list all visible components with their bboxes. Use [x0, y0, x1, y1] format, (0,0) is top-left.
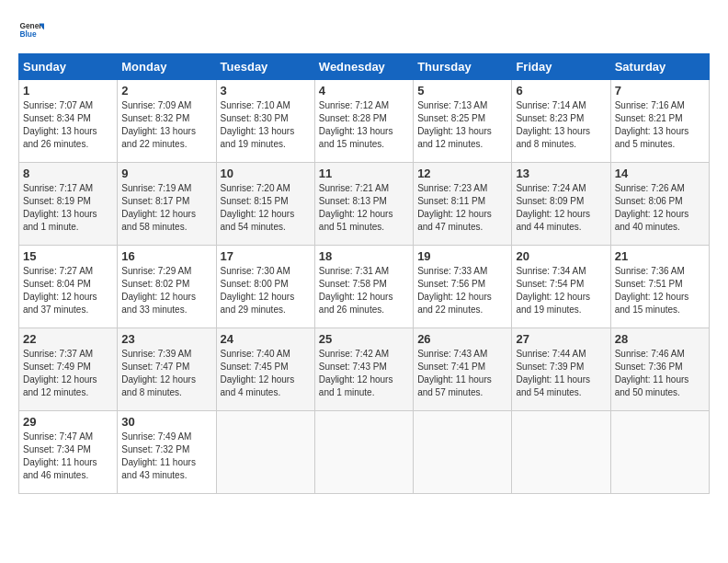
day-cell	[512, 411, 610, 494]
day-cell: 14Sunrise: 7:26 AMSunset: 8:06 PMDayligh…	[610, 163, 709, 246]
day-cell: 6Sunrise: 7:14 AMSunset: 8:23 PMDaylight…	[512, 80, 610, 163]
day-info: Sunrise: 7:31 AMSunset: 7:58 PMDaylight:…	[319, 265, 409, 316]
day-cell: 5Sunrise: 7:13 AMSunset: 8:25 PMDaylight…	[414, 80, 512, 163]
day-cell: 16Sunrise: 7:29 AMSunset: 8:02 PMDayligh…	[118, 246, 216, 328]
day-cell: 12Sunrise: 7:23 AMSunset: 8:11 PMDayligh…	[414, 163, 512, 246]
day-cell	[216, 411, 314, 494]
col-header-thursday: Thursday	[414, 54, 512, 80]
day-number: 18	[319, 249, 409, 263]
day-cell: 25Sunrise: 7:42 AMSunset: 7:43 PMDayligh…	[314, 328, 413, 411]
day-number: 14	[615, 167, 705, 180]
day-cell: 23Sunrise: 7:39 AMSunset: 7:47 PMDayligh…	[118, 328, 216, 411]
day-number: 9	[121, 167, 211, 180]
day-cell: 29Sunrise: 7:47 AMSunset: 7:34 PMDayligh…	[19, 411, 118, 494]
day-number: 6	[516, 84, 606, 98]
page-header: General Blue	[18, 18, 710, 44]
day-cell: 27Sunrise: 7:44 AMSunset: 7:39 PMDayligh…	[512, 328, 610, 411]
day-cell: 11Sunrise: 7:21 AMSunset: 8:13 PMDayligh…	[314, 163, 413, 246]
day-info: Sunrise: 7:16 AMSunset: 8:21 PMDaylight:…	[615, 99, 705, 151]
day-number: 2	[121, 84, 211, 98]
day-cell: 10Sunrise: 7:20 AMSunset: 8:15 PMDayligh…	[216, 163, 314, 246]
day-number: 12	[417, 167, 507, 180]
day-cell: 26Sunrise: 7:43 AMSunset: 7:41 PMDayligh…	[414, 328, 512, 411]
day-number: 7	[615, 84, 705, 98]
day-cell: 17Sunrise: 7:30 AMSunset: 8:00 PMDayligh…	[216, 246, 314, 328]
day-cell: 20Sunrise: 7:34 AMSunset: 7:54 PMDayligh…	[512, 246, 610, 328]
day-info: Sunrise: 7:44 AMSunset: 7:39 PMDaylight:…	[516, 348, 606, 399]
calendar-table: SundayMondayTuesdayWednesdayThursdayFrid…	[18, 53, 710, 494]
day-number: 27	[516, 332, 606, 346]
day-info: Sunrise: 7:39 AMSunset: 7:47 PMDaylight:…	[121, 348, 211, 399]
col-header-monday: Monday	[118, 54, 216, 80]
day-cell: 21Sunrise: 7:36 AMSunset: 7:51 PMDayligh…	[610, 246, 709, 328]
day-number: 22	[23, 332, 113, 346]
logo-icon: General Blue	[18, 18, 44, 44]
day-number: 15	[23, 249, 113, 263]
day-cell: 24Sunrise: 7:40 AMSunset: 7:45 PMDayligh…	[216, 328, 314, 411]
day-cell: 28Sunrise: 7:46 AMSunset: 7:36 PMDayligh…	[610, 328, 709, 411]
day-cell: 19Sunrise: 7:33 AMSunset: 7:56 PMDayligh…	[414, 246, 512, 328]
day-cell: 30Sunrise: 7:49 AMSunset: 7:32 PMDayligh…	[118, 411, 216, 494]
day-info: Sunrise: 7:14 AMSunset: 8:23 PMDaylight:…	[516, 99, 606, 151]
day-info: Sunrise: 7:10 AMSunset: 8:30 PMDaylight:…	[221, 99, 311, 151]
day-cell: 9Sunrise: 7:19 AMSunset: 8:17 PMDaylight…	[118, 163, 216, 246]
day-number: 21	[615, 249, 705, 263]
day-info: Sunrise: 7:42 AMSunset: 7:43 PMDaylight:…	[319, 348, 409, 399]
day-number: 25	[319, 332, 409, 346]
day-number: 26	[417, 332, 507, 346]
day-info: Sunrise: 7:09 AMSunset: 8:32 PMDaylight:…	[121, 99, 211, 151]
day-number: 17	[221, 249, 311, 263]
day-number: 29	[23, 415, 113, 429]
day-number: 20	[516, 249, 606, 263]
day-info: Sunrise: 7:27 AMSunset: 8:04 PMDaylight:…	[23, 265, 113, 316]
day-number: 3	[221, 84, 311, 98]
week-row-5: 29Sunrise: 7:47 AMSunset: 7:34 PMDayligh…	[19, 411, 710, 494]
day-info: Sunrise: 7:37 AMSunset: 7:49 PMDaylight:…	[23, 348, 113, 399]
col-header-tuesday: Tuesday	[216, 54, 314, 80]
day-cell: 22Sunrise: 7:37 AMSunset: 7:49 PMDayligh…	[19, 328, 118, 411]
day-info: Sunrise: 7:07 AMSunset: 8:34 PMDaylight:…	[23, 99, 113, 151]
col-header-wednesday: Wednesday	[314, 54, 413, 80]
day-info: Sunrise: 7:47 AMSunset: 7:34 PMDaylight:…	[23, 431, 113, 482]
day-number: 19	[417, 249, 507, 263]
day-number: 10	[221, 167, 311, 180]
day-info: Sunrise: 7:40 AMSunset: 7:45 PMDaylight:…	[221, 348, 311, 399]
day-cell: 15Sunrise: 7:27 AMSunset: 8:04 PMDayligh…	[19, 246, 118, 328]
day-info: Sunrise: 7:12 AMSunset: 8:28 PMDaylight:…	[319, 99, 409, 151]
day-cell: 8Sunrise: 7:17 AMSunset: 8:19 PMDaylight…	[19, 163, 118, 246]
day-info: Sunrise: 7:21 AMSunset: 8:13 PMDaylight:…	[319, 182, 409, 234]
week-row-3: 15Sunrise: 7:27 AMSunset: 8:04 PMDayligh…	[19, 246, 710, 328]
col-header-friday: Friday	[512, 54, 610, 80]
col-header-sunday: Sunday	[19, 54, 118, 80]
day-info: Sunrise: 7:30 AMSunset: 8:00 PMDaylight:…	[221, 265, 311, 316]
day-number: 13	[516, 167, 606, 180]
day-cell: 13Sunrise: 7:24 AMSunset: 8:09 PMDayligh…	[512, 163, 610, 246]
day-info: Sunrise: 7:34 AMSunset: 7:54 PMDaylight:…	[516, 265, 606, 316]
col-header-saturday: Saturday	[610, 54, 709, 80]
logo: General Blue	[18, 18, 44, 44]
day-info: Sunrise: 7:33 AMSunset: 7:56 PMDaylight:…	[417, 265, 507, 316]
day-cell: 4Sunrise: 7:12 AMSunset: 8:28 PMDaylight…	[314, 80, 413, 163]
day-cell: 3Sunrise: 7:10 AMSunset: 8:30 PMDaylight…	[216, 80, 314, 163]
day-info: Sunrise: 7:49 AMSunset: 7:32 PMDaylight:…	[121, 431, 211, 482]
day-cell: 7Sunrise: 7:16 AMSunset: 8:21 PMDaylight…	[610, 80, 709, 163]
day-number: 30	[121, 415, 211, 429]
day-info: Sunrise: 7:17 AMSunset: 8:19 PMDaylight:…	[23, 182, 113, 234]
day-info: Sunrise: 7:26 AMSunset: 8:06 PMDaylight:…	[615, 182, 705, 234]
day-info: Sunrise: 7:46 AMSunset: 7:36 PMDaylight:…	[615, 348, 705, 399]
day-cell: 1Sunrise: 7:07 AMSunset: 8:34 PMDaylight…	[19, 80, 118, 163]
day-info: Sunrise: 7:43 AMSunset: 7:41 PMDaylight:…	[417, 348, 507, 399]
day-cell	[314, 411, 413, 494]
day-number: 28	[615, 332, 705, 346]
day-number: 23	[121, 332, 211, 346]
week-row-4: 22Sunrise: 7:37 AMSunset: 7:49 PMDayligh…	[19, 328, 710, 411]
day-info: Sunrise: 7:29 AMSunset: 8:02 PMDaylight:…	[121, 265, 211, 316]
week-row-2: 8Sunrise: 7:17 AMSunset: 8:19 PMDaylight…	[19, 163, 710, 246]
week-row-1: 1Sunrise: 7:07 AMSunset: 8:34 PMDaylight…	[19, 80, 710, 163]
day-info: Sunrise: 7:24 AMSunset: 8:09 PMDaylight:…	[516, 182, 606, 234]
day-number: 8	[23, 167, 113, 180]
day-number: 1	[23, 84, 113, 98]
day-number: 24	[221, 332, 311, 346]
day-number: 4	[319, 84, 409, 98]
day-cell	[414, 411, 512, 494]
